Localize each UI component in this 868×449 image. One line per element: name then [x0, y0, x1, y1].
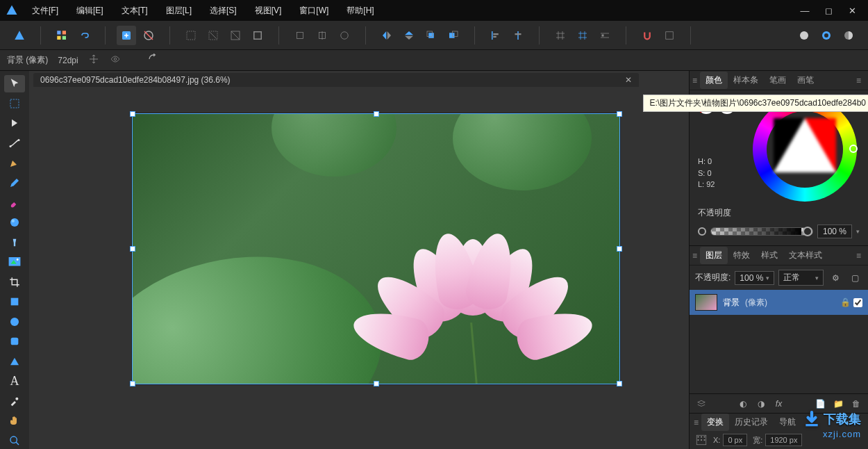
panel-toggle-icon[interactable]: ≡ [694, 418, 699, 427]
resize-handle[interactable] [617, 381, 622, 386]
fx-icon[interactable]: fx [771, 396, 787, 411]
arrow-tool-icon[interactable] [4, 115, 25, 132]
close-window-button[interactable]: ✕ [842, 3, 862, 17]
select-rect-icon[interactable] [248, 26, 267, 45]
persona-photo-icon[interactable] [10, 26, 29, 45]
delete-layer-icon[interactable]: 🗑 [849, 396, 864, 411]
canvas[interactable] [29, 89, 689, 449]
grid-snap-icon[interactable] [595, 26, 615, 45]
gear-icon[interactable]: ⚙ [828, 270, 843, 286]
slider-thumb[interactable] [803, 227, 812, 236]
glass-tool-icon[interactable] [4, 234, 25, 251]
pen-tool-icon[interactable] [4, 154, 25, 172]
move-tool-icon[interactable] [4, 75, 25, 92]
text-tool-icon[interactable]: A [4, 373, 25, 390]
invert-select-icon[interactable] [226, 26, 245, 45]
tab-transform[interactable]: 变换 [701, 414, 729, 431]
ellipse-tool-icon[interactable] [4, 313, 25, 330]
snap-options-icon[interactable] [660, 26, 679, 45]
anchor-grid-icon[interactable] [695, 434, 708, 446]
resize-handle[interactable] [130, 246, 135, 252]
crop-tool-icon[interactable] [4, 273, 25, 291]
opacity-value[interactable]: 100 % [817, 224, 852, 238]
select-all-icon[interactable] [181, 26, 201, 45]
quickmask-icon[interactable] [794, 26, 814, 45]
tab-layers[interactable]: 图层 [700, 247, 728, 264]
fill-tool-icon[interactable] [4, 214, 25, 231]
flip-v-icon[interactable] [399, 26, 419, 45]
resize-handle[interactable] [130, 111, 135, 117]
rotate-cw-icon[interactable] [444, 26, 463, 45]
panel-toggle-icon[interactable]: ≡ [692, 76, 697, 85]
lock-icon[interactable]: 🔒 [840, 297, 851, 307]
menu-layer[interactable]: 图层[L] [159, 2, 199, 19]
panel-toggle-icon[interactable]: ≡ [692, 251, 697, 261]
menu-help[interactable]: 帮助[H] [340, 2, 381, 19]
document-tab[interactable]: 0696c37ee0975dcad10edfe284b08497.jpg (36… [33, 73, 639, 87]
refresh-icon[interactable] [148, 54, 159, 67]
layers-stack-icon[interactable] [694, 396, 709, 411]
tab-history[interactable]: 历史记录 [729, 414, 774, 431]
guides-icon[interactable] [573, 26, 592, 45]
maximize-button[interactable]: ◻ [818, 3, 839, 17]
new-layer-icon[interactable]: 📄 [812, 396, 828, 411]
layer-visible-checkbox[interactable] [853, 298, 862, 307]
menu-window[interactable]: 窗口[W] [292, 2, 335, 19]
tab-color[interactable]: 颜色 [700, 72, 728, 89]
pencil-tool-icon[interactable] [4, 174, 25, 192]
panel-menu-icon[interactable]: ≡ [852, 251, 865, 261]
assistant-icon[interactable] [817, 26, 836, 45]
align-center-icon[interactable] [508, 26, 528, 45]
layer-new-icon[interactable] [117, 26, 136, 45]
auto-contrast-icon[interactable] [312, 26, 332, 45]
opacity-slider[interactable] [710, 227, 813, 236]
marquee-tool-icon[interactable] [4, 95, 25, 113]
zoom-tool-icon[interactable] [4, 432, 25, 449]
brush-tool-icon[interactable] [4, 194, 25, 211]
rotate-ccw-icon[interactable] [422, 26, 441, 45]
mask-icon[interactable]: ◐ [735, 396, 751, 411]
close-tab-icon[interactable]: ✕ [625, 75, 632, 85]
auto-levels-icon[interactable] [290, 26, 310, 45]
node-tool-icon[interactable] [4, 135, 25, 152]
deselect-icon[interactable] [203, 26, 223, 45]
eyedropper-tool-icon[interactable] [4, 393, 25, 410]
selected-layer[interactable] [132, 113, 620, 384]
rectangle-tool-icon[interactable] [4, 293, 25, 311]
transform-w-field[interactable]: 1920 px [765, 434, 802, 446]
resize-handle[interactable] [374, 111, 379, 117]
menu-select[interactable]: 选择[S] [203, 2, 244, 19]
tab-stroke[interactable]: 笔画 [764, 72, 792, 89]
arrange-icon[interactable] [52, 26, 72, 45]
resize-handle[interactable] [374, 381, 379, 386]
auto-color-icon[interactable] [335, 26, 354, 45]
align-left-icon[interactable] [486, 26, 506, 45]
group-icon[interactable]: 📁 [831, 396, 846, 411]
hand-tool-icon[interactable] [4, 412, 25, 430]
picture-tool-icon[interactable] [4, 254, 25, 271]
minimize-button[interactable]: — [794, 3, 815, 17]
tab-text-styles[interactable]: 文本样式 [783, 247, 828, 264]
flip-h-icon[interactable] [377, 26, 397, 45]
layer-opacity-field[interactable]: 100 %▾ [735, 271, 774, 285]
tab-navigator[interactable]: 导航 [774, 414, 801, 431]
wheel-marker[interactable] [849, 145, 858, 153]
resize-handle[interactable] [617, 246, 622, 252]
layer-item[interactable]: 背景 (像素) 🔒 [690, 290, 868, 315]
square-icon[interactable]: ▢ [847, 270, 862, 286]
snap-icon[interactable] [637, 26, 657, 45]
layer-mask-icon[interactable] [139, 26, 158, 45]
tab-effects[interactable]: 特效 [728, 247, 756, 264]
resize-handle[interactable] [130, 381, 135, 386]
eye-icon[interactable] [109, 54, 122, 66]
menu-edit[interactable]: 编辑[E] [69, 2, 110, 19]
tab-swatches[interactable]: 样本条 [728, 72, 764, 89]
rounded-rect-tool-icon[interactable] [4, 333, 25, 350]
panel-menu-icon[interactable]: ≡ [852, 76, 865, 85]
adjustment-icon[interactable]: ◑ [753, 396, 769, 411]
link-icon[interactable] [74, 26, 94, 45]
color-wheel[interactable] [753, 97, 857, 202]
tab-styles[interactable]: 样式 [756, 247, 783, 264]
move-anchor-icon[interactable] [88, 54, 99, 67]
chevron-down-icon[interactable]: ▾ [856, 228, 860, 235]
